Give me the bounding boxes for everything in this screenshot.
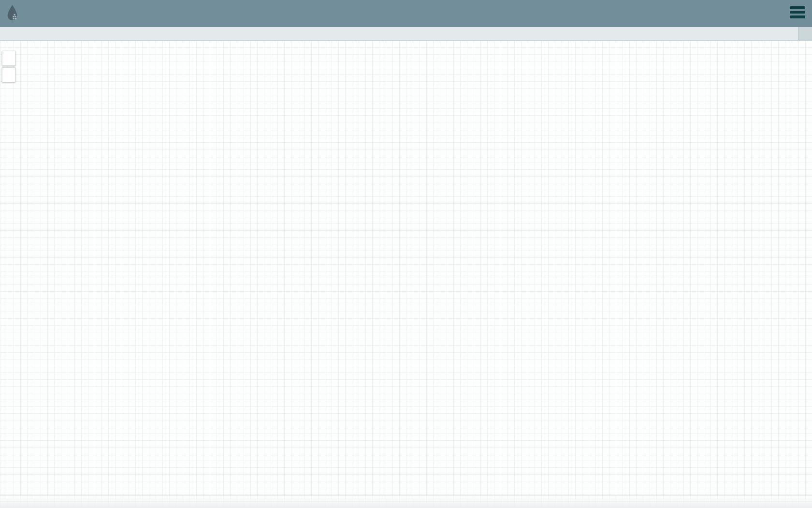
breadcrumb-bar bbox=[0, 495, 812, 508]
refresh-icon[interactable] bbox=[14, 30, 22, 37]
global-menu-button[interactable] bbox=[790, 6, 805, 20]
app-header bbox=[0, 0, 812, 27]
last-refreshed bbox=[14, 30, 26, 37]
flow-status-bar bbox=[0, 27, 812, 41]
nifi-drop-icon bbox=[6, 4, 19, 23]
search-button[interactable] bbox=[782, 27, 798, 40]
navigate-palette-button[interactable] bbox=[2, 51, 15, 66]
nifi-logo bbox=[5, 3, 19, 24]
flow-canvas[interactable] bbox=[0, 41, 812, 508]
operate-palette-button[interactable] bbox=[2, 67, 15, 82]
connection-edges bbox=[0, 41, 812, 508]
flow-spec-button[interactable] bbox=[798, 27, 812, 40]
